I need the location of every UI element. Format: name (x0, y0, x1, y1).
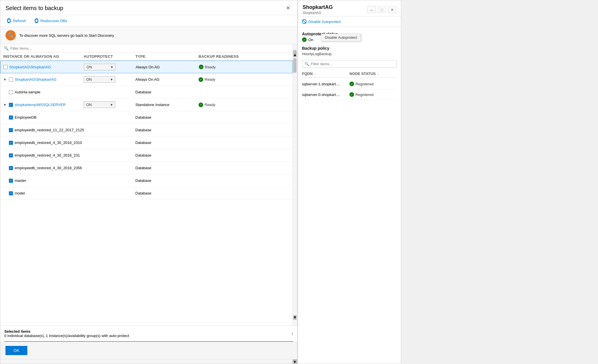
refresh-button[interactable]: Refresh (5, 18, 27, 24)
row6-checkbox[interactable]: ✓ (9, 128, 13, 132)
row2-autoprotect-select[interactable]: ON ▾ (84, 76, 115, 83)
node1-fqdn: sqlserver-1.shopkart.... (302, 82, 349, 86)
fqdn-sort-icon[interactable]: ↑↓ (314, 73, 316, 76)
backup-policy-label: Backup policy (302, 46, 397, 51)
bottom-scrollbar: ▼ (0, 359, 297, 364)
row4-checkbox[interactable]: ✓ (9, 103, 13, 107)
node2-status: ✓ Registered (349, 92, 397, 97)
disable-btn-label: Disable Autoprotect (308, 20, 341, 24)
row4-name[interactable]: shopkartemp\MSSQLSERVER (15, 103, 66, 107)
row8-checkbox[interactable]: ✓ (9, 153, 13, 157)
row2-expand[interactable]: ▼ (3, 78, 7, 82)
nodes-col-fqdn: FQDN ↑↓ (302, 72, 349, 76)
chevron-right-icon[interactable]: › (292, 331, 293, 336)
selected-info: Selected items 0 individual database(s),… (4, 329, 129, 338)
row11-type: Database (135, 191, 199, 195)
row9-checkbox[interactable]: ✓ (9, 166, 13, 170)
nodes-col-status: NODE STATUS ↑↓ (349, 72, 397, 76)
row7-checkbox[interactable]: ✓ (9, 141, 13, 145)
selected-count-text: 0 individual database(s), 1 instance(s)/… (4, 334, 129, 338)
row2-name[interactable]: ShopkartAG\ShopkartAG (15, 77, 56, 82)
scroll-right-arrow[interactable]: ▼ (293, 359, 297, 364)
row1-autoprotect-select[interactable]: ON ▾ (84, 64, 116, 70)
row8-name: employeedb_restored_4_30_2018_231 (15, 153, 80, 157)
ok-button[interactable]: OK (5, 346, 27, 355)
row5-type: Database (135, 115, 199, 120)
maximize-button[interactable]: □ (378, 7, 386, 13)
row1-type: Always On AG (136, 65, 199, 69)
row9-type: Database (135, 166, 199, 170)
filter-icon: 🔍 (4, 46, 9, 51)
scroll-thumb[interactable] (293, 58, 297, 73)
table-row: ✓ employeedb_restored_4_30_2018_2356 Dat… (0, 162, 293, 174)
row4-autoprotect-select[interactable]: ON ▾ (84, 101, 115, 108)
table-row: ShopkartAG\ShopkartAG ON ▾ Always On AG … (0, 61, 293, 73)
row4-ready-icon: ✓ (199, 103, 203, 107)
info-message: To discover more SQL servers go back to … (19, 33, 114, 38)
col-readiness: BACKUP READINESS (199, 54, 273, 59)
right-filter-input[interactable] (311, 62, 394, 66)
node1-status-icon: ✓ (349, 82, 354, 86)
row3-name: AutoHa-sample (15, 90, 41, 94)
cell-name: ✓ employeedb_restored_4_30_2018_2356 (3, 166, 84, 170)
tooltip-box: Disable Autoprotect (321, 34, 361, 41)
minimize-button[interactable]: — (368, 7, 376, 13)
cell-name: ✓ employeedb_restored_4_30_2018_231 (3, 153, 84, 157)
left-panel: Select items to backup ✕ Refresh Redisco… (0, 0, 297, 364)
table-main: INSTANCE OR ALWAYSON AG AUTOPROTECT TYPE… (0, 53, 293, 326)
table-row: ✓ employeedb_restored_11_22_2017_2125 Da… (0, 124, 293, 136)
autoprotect-value: On (308, 38, 313, 42)
node1-status: ✓ Registered (349, 82, 397, 86)
refresh-icon (7, 18, 11, 23)
bottom-bar: OK (0, 342, 297, 359)
rediscover-button[interactable]: Rediscover DBs (33, 18, 68, 24)
row10-checkbox[interactable]: ✓ (9, 179, 13, 183)
row5-name: EmployeeDB (15, 115, 36, 120)
scroll-up-arrow[interactable]: ▲ (293, 53, 297, 57)
right-title: ShopkartAG (303, 4, 333, 10)
info-icon: 🔧 (5, 30, 16, 41)
row8-type: Database (135, 153, 199, 157)
table-row: ✓ master Database (0, 174, 293, 187)
filter-scrollbar (293, 44, 297, 52)
cell-name: ✓ master (3, 178, 84, 183)
table-row: ✓ model Database (0, 187, 293, 200)
rediscover-icon (34, 18, 39, 23)
right-close-button[interactable]: ✕ (388, 7, 396, 13)
status-sort-icon[interactable]: ↑↓ (377, 73, 379, 76)
rediscover-label: Rediscover DBs (41, 19, 67, 23)
cell-name: ▼ ShopkartAG\ShopkartAG (3, 77, 84, 82)
row1-readiness: ✓ Ready (199, 65, 274, 69)
table-scrollbar[interactable]: ▲ ▼ (293, 53, 297, 326)
row11-checkbox[interactable]: ✓ (9, 191, 13, 195)
row11-name: model (15, 191, 25, 195)
row4-expand[interactable]: ▼ (3, 103, 7, 107)
row1-name[interactable]: ShopkartAG\ShopkartAG (9, 65, 51, 69)
backup-policy-section: Backup policy HourlyLogBackup (302, 46, 397, 56)
cell-name: ▼ ✓ shopkartemp\MSSQLSERVER (3, 103, 84, 107)
table-row: ✓ employeedb_restored_4_30_2018_2310 Dat… (0, 136, 293, 149)
row1-checkbox[interactable] (3, 65, 7, 69)
close-button[interactable]: ✕ (284, 4, 292, 12)
right-filter-icon: 🔍 (305, 62, 309, 66)
filter-input[interactable] (10, 46, 294, 51)
info-bar: 🔧 To discover more SQL servers go back t… (0, 27, 297, 44)
right-filter: 🔍 (302, 60, 397, 68)
row3-checkbox[interactable] (9, 90, 13, 94)
row2-readiness: ✓ Ready (199, 77, 273, 82)
right-header-actions: — □ ✕ (368, 7, 396, 13)
row1-ready-icon: ✓ (199, 65, 203, 69)
scroll-down-arrow[interactable]: ▼ (293, 315, 297, 320)
row2-checkbox[interactable] (9, 78, 13, 82)
cell-name: ✓ employeedb_restored_4_30_2018_2310 (3, 140, 84, 145)
row5-checkbox[interactable]: ✓ (9, 115, 13, 120)
cell-name: ✓ model (3, 191, 84, 195)
disable-autoprotect-button[interactable]: Disable Autoprotect (302, 19, 341, 24)
right-toolbar: Disable Autoprotect Disable Autoprotect (298, 16, 401, 27)
filter-bar: 🔍 (0, 44, 297, 53)
table-area: INSTANCE OR ALWAYSON AG AUTOPROTECT TYPE… (0, 53, 297, 326)
row3-type: Database (135, 90, 199, 94)
table-row: ✓ EmployeeDB Database (0, 111, 293, 124)
table-header: INSTANCE OR ALWAYSON AG AUTOPROTECT TYPE… (0, 53, 293, 61)
node2-status-icon: ✓ (349, 92, 354, 97)
